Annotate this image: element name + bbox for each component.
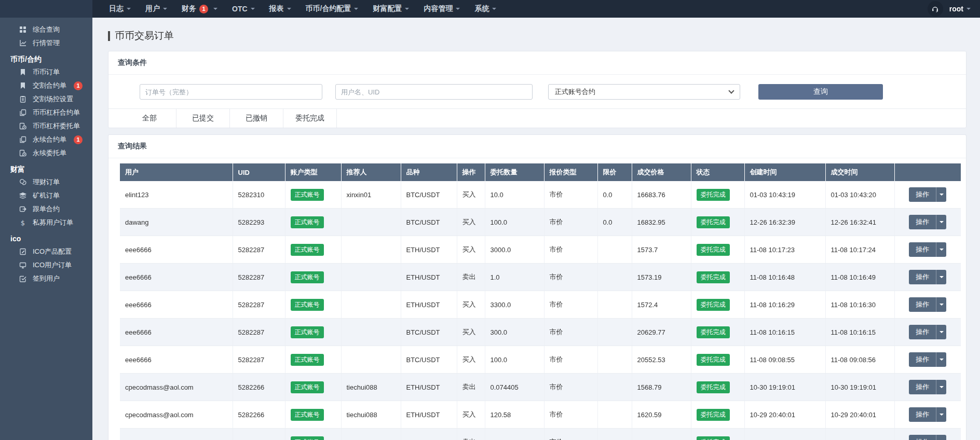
row-action-dropdown-button[interactable] bbox=[936, 407, 946, 422]
account-type-badge: 正式账号 bbox=[291, 354, 324, 366]
row-action-dropdown-button[interactable] bbox=[936, 352, 946, 367]
username-uid-input[interactable] bbox=[335, 84, 533, 100]
sidebar-item[interactable]: 交割合约单 1 bbox=[0, 79, 92, 92]
orders-table: 用户 UID 账户类型 推荐人 品种 操作 委托数量 报价类型 限价 成交价格 … bbox=[120, 163, 961, 440]
nav-menu-item[interactable]: 系统 bbox=[467, 0, 503, 18]
order-number-input[interactable] bbox=[140, 84, 322, 100]
search-button[interactable]: 查询 bbox=[758, 84, 883, 100]
chevron-down-icon bbox=[940, 331, 944, 335]
nav-menu-item[interactable]: 币币/合约配置 bbox=[298, 0, 366, 18]
row-action-dropdown-button[interactable] bbox=[936, 270, 946, 284]
chevron-down-icon bbox=[940, 221, 944, 225]
cell-created: 01-03 10:43:19 bbox=[744, 181, 825, 209]
cell-side: 买入 bbox=[457, 209, 485, 236]
account-type-select[interactable]: 正式账号合约 bbox=[548, 84, 740, 100]
sidebar-item[interactable]: 永续合约单 1 bbox=[0, 133, 92, 146]
sidebar-item[interactable]: 签到用户 bbox=[0, 272, 92, 285]
row-action-button[interactable]: 操作 bbox=[909, 270, 936, 284]
sidebar-item[interactable]: 交割场控设置 bbox=[0, 92, 92, 106]
status-filter-tab[interactable]: 全部 bbox=[123, 109, 176, 128]
row-action-button[interactable]: 操作 bbox=[909, 435, 936, 440]
nav-menu-item[interactable]: 财务 1 bbox=[174, 0, 225, 18]
nav-menu-item[interactable]: OTC bbox=[225, 0, 262, 18]
row-action-button[interactable]: 操作 bbox=[909, 215, 936, 229]
nav-menu: 日志 用户 财务 1 OTC 报表 bbox=[102, 0, 503, 18]
row-action-dropdown-button[interactable] bbox=[936, 325, 946, 339]
sidebar-item[interactable]: 行情管理 bbox=[0, 36, 92, 50]
sidebar-item-label: 交割场控设置 bbox=[33, 94, 73, 104]
status-filter-tab[interactable]: 已提交 bbox=[176, 109, 230, 128]
sidebar-section-header: 币币/合约 bbox=[0, 53, 92, 65]
row-action-button[interactable]: 操作 bbox=[909, 297, 936, 312]
sidebar-item-label: 签到用户 bbox=[33, 274, 60, 283]
nav-menu-item[interactable]: 报表 bbox=[262, 0, 298, 18]
sidebar-item[interactable]: 永续委托单 bbox=[0, 146, 92, 160]
sidebar-item[interactable]: 币币杠杆委托单 bbox=[0, 119, 92, 133]
sidebar-item[interactable]: 跟单合约 bbox=[0, 202, 92, 216]
filter-panel-title: 查询条件 bbox=[108, 51, 966, 75]
row-action-dropdown-button[interactable] bbox=[936, 242, 946, 257]
account-type-badge: 正式账号 bbox=[291, 381, 324, 393]
results-table-wrap: 用户 UID 账户类型 推荐人 品种 操作 委托数量 报价类型 限价 成交价格 … bbox=[108, 158, 966, 440]
cell-account-type: 正式账号 bbox=[285, 181, 341, 209]
row-action-dropdown-button[interactable] bbox=[936, 215, 946, 229]
cell-limit bbox=[597, 429, 632, 440]
status-badge: 委托完成 bbox=[697, 216, 730, 228]
nav-menu-item[interactable]: 用户 bbox=[138, 0, 174, 18]
nav-menu-item[interactable]: 内容管理 bbox=[416, 0, 467, 18]
row-action-button[interactable]: 操作 bbox=[909, 187, 936, 202]
action-button-group: 操作 bbox=[909, 242, 946, 257]
nav-menu-item[interactable]: 日志 bbox=[102, 0, 138, 18]
row-action-button[interactable]: 操作 bbox=[909, 407, 936, 422]
nav-menu-item[interactable]: 财富配置 bbox=[365, 0, 416, 18]
sidebar-item[interactable]: ICO产品配置 bbox=[0, 245, 92, 258]
layers-icon bbox=[19, 192, 26, 200]
action-button-group: 操作 bbox=[909, 380, 946, 394]
row-action-button[interactable]: 操作 bbox=[909, 380, 936, 394]
sidebar-item[interactable]: $ 私募用户订单 bbox=[0, 216, 92, 229]
sidebar-item[interactable]: 理财订单 bbox=[0, 175, 92, 189]
main-content: 币币交易订单 查询条件 正式账号合约 查询 全部 已提交 已撤销 委托完成 bbox=[92, 18, 980, 440]
table-row: dawang 5282293 正式账号 BTC/USDT 买入 100.0 市价… bbox=[120, 209, 961, 236]
sidebar-notification-badge: 1 bbox=[74, 81, 83, 90]
col-header-side: 操作 bbox=[457, 163, 485, 181]
cell-created: 11-08 10:16:15 bbox=[744, 319, 825, 346]
cell-side: 买入 bbox=[457, 181, 485, 209]
sidebar-item[interactable]: 矿机订单 bbox=[0, 189, 92, 202]
sidebar-item[interactable]: ICO用户订单 bbox=[0, 258, 92, 272]
col-header-dealt: 成交时间 bbox=[825, 163, 894, 181]
cell-limit bbox=[597, 401, 632, 429]
account-type-badge: 正式账号 bbox=[291, 299, 324, 311]
cell-amount: 120.58 bbox=[485, 401, 544, 429]
sidebar-item[interactable]: 综合查询 bbox=[0, 23, 92, 36]
cell-dealt: 12-26 16:32:41 bbox=[825, 209, 894, 236]
nav-right-area: root bbox=[928, 1, 980, 17]
cell-account-type: 正式账号 bbox=[285, 346, 341, 374]
support-button[interactable] bbox=[928, 1, 943, 17]
cell-uid: 5282266 bbox=[233, 401, 285, 429]
cell-created: 11-08 10:16:48 bbox=[744, 264, 825, 291]
action-button-group: 操作 bbox=[909, 270, 946, 284]
cell-dealt: 11-08 10:16:30 bbox=[825, 291, 894, 319]
row-action-dropdown-button[interactable] bbox=[936, 435, 946, 440]
cell-status: 委托完成 bbox=[691, 374, 744, 401]
sidebar-item-label: 永续合约单 bbox=[33, 135, 66, 144]
row-action-button[interactable]: 操作 bbox=[909, 352, 936, 367]
account-type-badge: 正式账号 bbox=[291, 244, 324, 256]
row-action-dropdown-button[interactable] bbox=[936, 380, 946, 394]
row-action-dropdown-button[interactable] bbox=[936, 187, 946, 202]
cell-created: 11-08 10:17:23 bbox=[744, 236, 825, 264]
row-action-dropdown-button[interactable] bbox=[936, 297, 946, 312]
sidebar-item[interactable]: 币币订单 bbox=[0, 65, 92, 79]
status-filter-tab[interactable]: 已撤销 bbox=[230, 109, 283, 128]
col-header-uid: UID bbox=[233, 163, 285, 181]
status-filter-tab[interactable]: 委托完成 bbox=[283, 109, 337, 128]
row-action-button[interactable]: 操作 bbox=[909, 325, 936, 339]
cell-amount: 3300.0 bbox=[485, 291, 544, 319]
sidebar-item[interactable]: 币币杠杆合约单 bbox=[0, 106, 92, 119]
cell-actions: 操作 bbox=[894, 181, 961, 209]
user-menu[interactable]: root bbox=[949, 5, 971, 13]
row-action-button[interactable]: 操作 bbox=[909, 242, 936, 257]
col-header-price-type: 报价类型 bbox=[544, 163, 597, 181]
cell-deal-price: 1573.19 bbox=[632, 264, 691, 291]
